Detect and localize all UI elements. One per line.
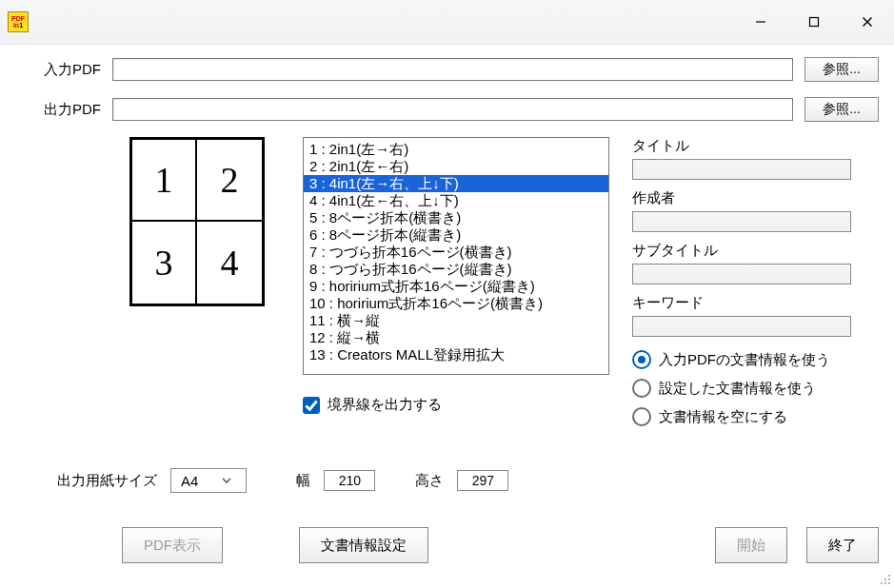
keywords-field-label: キーワード <box>632 294 879 312</box>
chevron-down-icon <box>208 478 246 483</box>
minimize-button[interactable] <box>734 0 787 44</box>
layout-option-6[interactable]: 6 : 8ページ折本(縦書き) <box>304 226 608 244</box>
output-pdf-field[interactable] <box>112 98 793 121</box>
border-checkbox-label: 境界線を出力する <box>328 396 442 414</box>
input-pdf-label: 入力PDF <box>15 61 112 79</box>
paper-size-label: 出力用紙サイズ <box>15 472 157 490</box>
layout-option-4[interactable]: 4 : 4in1(左←右、上↓下) <box>304 192 608 209</box>
docinfo-radio-2[interactable]: 設定した文書情報を使う <box>632 379 879 398</box>
docinfo-set-button[interactable]: 文書情報設定 <box>299 527 428 563</box>
input-browse-button[interactable]: 参照... <box>805 57 879 82</box>
close-button[interactable] <box>841 0 894 44</box>
preview-cell-4: 4 <box>197 222 262 304</box>
svg-point-8 <box>884 582 886 584</box>
paper-size-combo[interactable]: A4 <box>170 468 247 493</box>
layout-option-8[interactable]: 8 : つづら折本16ページ(縦書き) <box>304 261 608 278</box>
layout-preview: 1 2 3 4 <box>129 137 265 306</box>
height-field[interactable] <box>457 470 508 491</box>
layout-option-10[interactable]: 10 : horirium式折本16ページ(横書き) <box>304 295 608 312</box>
title-field[interactable] <box>632 159 851 180</box>
radio-icon <box>632 379 651 398</box>
layout-option-5[interactable]: 5 : 8ページ折本(横書き) <box>304 209 608 226</box>
titlebar: PDF in1 <box>0 0 894 45</box>
layout-option-2[interactable]: 2 : 2in1(左←右) <box>304 158 608 175</box>
layout-option-1[interactable]: 1 : 2in1(左→右) <box>304 141 608 158</box>
border-checkbox-row[interactable]: 境界線を出力する <box>303 396 609 414</box>
input-pdf-field[interactable] <box>112 58 793 81</box>
layout-option-9[interactable]: 9 : horirium式折本16ページ(縦書き) <box>304 278 608 295</box>
paper-size-value: A4 <box>171 473 208 489</box>
preview-cell-1: 1 <box>132 140 197 222</box>
exit-button[interactable]: 終了 <box>806 527 879 563</box>
app-window: PDF in1 入力PDF 参照... 出力PDF 参照... <box>0 0 894 588</box>
layout-option-7[interactable]: 7 : つづら折本16ページ(横書き) <box>304 244 608 261</box>
docinfo-radio-group: 入力PDFの文書情報を使う設定した文書情報を使う文書情報を空にする <box>632 350 879 426</box>
subtitle-field-label: サブタイトル <box>632 242 879 260</box>
pdf-view-button[interactable]: PDF表示 <box>122 527 223 563</box>
docinfo-radio-label: 設定した文書情報を使う <box>659 380 816 398</box>
app-icon: PDF in1 <box>8 11 29 32</box>
svg-point-9 <box>888 582 890 584</box>
docinfo-radio-1[interactable]: 入力PDFの文書情報を使う <box>632 350 879 369</box>
author-field-label: 作成者 <box>632 189 879 207</box>
resize-grip[interactable] <box>878 572 891 585</box>
layout-option-3[interactable]: 3 : 4in1(左→右、上↓下) <box>304 175 608 192</box>
start-button[interactable]: 開始 <box>715 527 787 563</box>
layout-listbox[interactable]: 1 : 2in1(左→右)2 : 2in1(左←右)3 : 4in1(左→右、上… <box>303 137 609 375</box>
layout-option-13[interactable]: 13 : Creators MALL登録用拡大 <box>304 346 608 363</box>
output-pdf-label: 出力PDF <box>15 101 112 119</box>
layout-option-12[interactable]: 12 : 縦→横 <box>304 329 608 346</box>
width-field[interactable] <box>324 470 375 491</box>
border-checkbox[interactable] <box>303 397 320 414</box>
preview-cell-2: 2 <box>197 140 262 222</box>
height-label: 高さ <box>415 472 444 490</box>
radio-icon <box>632 350 651 369</box>
svg-point-7 <box>881 582 883 584</box>
preview-cell-3: 3 <box>132 222 197 304</box>
keywords-field[interactable] <box>632 316 851 337</box>
svg-point-4 <box>888 575 890 577</box>
maximize-button[interactable] <box>787 0 841 44</box>
docinfo-radio-label: 文書情報を空にする <box>659 408 787 426</box>
width-label: 幅 <box>296 472 310 490</box>
subtitle-field[interactable] <box>632 264 851 284</box>
title-field-label: タイトル <box>632 137 879 155</box>
docinfo-radio-3[interactable]: 文書情報を空にする <box>632 407 879 426</box>
svg-point-5 <box>884 578 886 580</box>
radio-icon <box>632 407 651 426</box>
svg-rect-1 <box>810 18 819 27</box>
layout-option-11[interactable]: 11 : 横→縦 <box>304 312 608 329</box>
author-field[interactable] <box>632 211 851 232</box>
svg-point-6 <box>888 578 890 580</box>
docinfo-radio-label: 入力PDFの文書情報を使う <box>659 351 830 369</box>
output-browse-button[interactable]: 参照... <box>805 97 879 122</box>
